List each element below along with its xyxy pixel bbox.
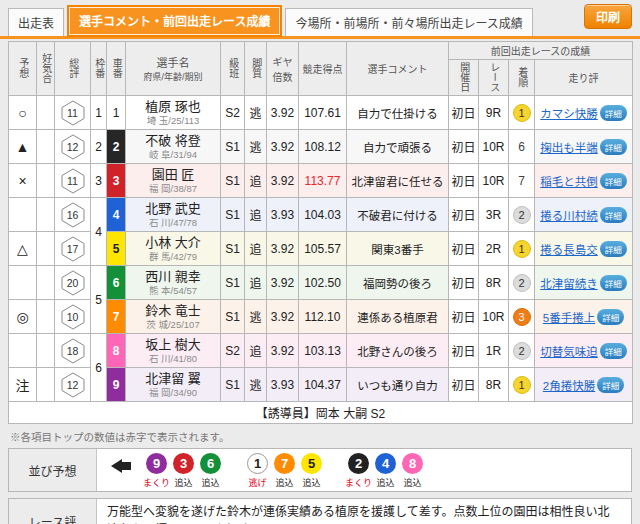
- rider-name-cell: 園田 匠福 岡/38/87: [126, 164, 221, 198]
- tab-bar: 出走表 選手コメント・前回出走レース成績 今場所・前場所・前々場所出走レース成績…: [0, 0, 640, 39]
- lineup-rider: 8追込: [399, 453, 426, 489]
- rider-row-6: 20 5 6 西川 親幸熊 本/54/57 S1 追 3.92 102.50 福…: [9, 266, 633, 300]
- rider-name-cell: 小林 大介群 馬/42/79: [126, 232, 221, 266]
- detail-button[interactable]: 詳細: [600, 241, 627, 257]
- rider-name-cell: 坂上 樹大石 川/41/80: [126, 334, 221, 368]
- header-review: 走り評: [535, 60, 633, 96]
- rider-comment: 不破君に付ける: [347, 198, 449, 232]
- run-review-link[interactable]: 掬出も半端: [540, 142, 598, 154]
- finish-rank: 1: [509, 368, 535, 402]
- run-review-cell: 捲る川村続詳細: [535, 198, 633, 232]
- race-points: 105.57: [299, 232, 347, 266]
- run-review-link[interactable]: 5番手捲上: [543, 312, 595, 324]
- lineup-label: 並び予想: [9, 449, 97, 491]
- car-number: 3: [107, 164, 126, 198]
- rider-name-cell: 西川 親幸熊 本/54/57: [126, 266, 221, 300]
- detail-button[interactable]: 詳細: [597, 377, 624, 393]
- leg-style: 追: [245, 266, 267, 300]
- race-points: 103.13: [299, 334, 347, 368]
- lineup-rider: 6追込: [197, 453, 224, 489]
- score-hexagon: 17: [55, 232, 91, 266]
- race-points: 104.03: [299, 198, 347, 232]
- race-day: 初日: [449, 334, 479, 368]
- tab-start-list[interactable]: 出走表: [8, 8, 64, 36]
- run-review-cell: 5番手捲上詳細: [535, 300, 633, 334]
- gear-ratio: 3.92: [267, 164, 299, 198]
- car-number: 2: [107, 130, 126, 164]
- class-grade: S1: [221, 266, 245, 300]
- run-review-link[interactable]: 捲る長島交: [540, 244, 598, 256]
- kiai-cell: [37, 198, 55, 232]
- run-review-link[interactable]: 北津留続き: [540, 278, 598, 290]
- run-review-link[interactable]: 切替気味迫: [540, 346, 598, 358]
- detail-button[interactable]: 詳細: [600, 275, 627, 291]
- header-name: 選手名 府県/年齢/期別: [126, 42, 221, 96]
- header-grade: 級班: [221, 42, 245, 96]
- header-day: 開催日: [449, 60, 479, 96]
- race-number: 8R: [479, 266, 509, 300]
- frame-number: 5: [91, 266, 107, 334]
- run-review-link[interactable]: カマシ快勝: [540, 108, 598, 120]
- leg-style: 逃: [245, 368, 267, 402]
- detail-button[interactable]: 詳細: [600, 173, 627, 189]
- detail-button[interactable]: 詳細: [600, 343, 627, 359]
- race-day: 初日: [449, 96, 479, 130]
- rider-comment: いつも通り自力: [347, 368, 449, 402]
- print-button[interactable]: 印刷: [584, 4, 632, 29]
- lineup-group-2: 1逃げ 7追込 5追込: [244, 453, 325, 489]
- header-gear: ギヤ倍数: [267, 42, 299, 96]
- detail-button[interactable]: 詳細: [600, 105, 627, 121]
- score-hexagon: 12: [55, 368, 91, 402]
- rider-circle-9: 9: [146, 453, 167, 474]
- run-review-link[interactable]: 捲る川村続: [540, 210, 598, 222]
- race-points: 102.50: [299, 266, 347, 300]
- race-points: 112.10: [299, 300, 347, 334]
- rider-name-cell: 植原 琢也埼 玉/25/113: [126, 96, 221, 130]
- race-number: 10R: [479, 164, 509, 198]
- rider-comment: 関東3番手: [347, 232, 449, 266]
- header-style: 脚質: [245, 42, 267, 96]
- lineup-box: 並び予想 9まくり 3追込 6追込 1逃げ 7追込 5追込 2まくり 4追込 8…: [8, 448, 632, 492]
- riders-table: 予想 好気合 総評 枠番 車番 選手名 府県/年齢/期別 級班 脚質 ギヤ倍数 …: [8, 41, 633, 424]
- left-arrow-icon: [111, 459, 131, 473]
- rider-circle-2: 2: [348, 453, 369, 474]
- lineup-rider: 5追込: [298, 453, 325, 489]
- car-number: 6: [107, 266, 126, 300]
- detail-button[interactable]: 詳細: [600, 139, 627, 155]
- rider-name-cell: 北野 武史石 川/47/78: [126, 198, 221, 232]
- rider-circle-5: 5: [301, 453, 322, 474]
- leg-style: 逃: [245, 96, 267, 130]
- detail-button[interactable]: 詳細: [597, 309, 624, 325]
- run-review-cell: 稲毛と共倒詳細: [535, 164, 633, 198]
- frame-number: 2: [91, 130, 107, 164]
- tab-past-results[interactable]: 今場所・前場所・前々場所出走レース成績: [285, 8, 532, 36]
- leg-style: 逃: [245, 300, 267, 334]
- race-day: 初日: [449, 368, 479, 402]
- lineup-rider: 1逃げ: [244, 453, 271, 489]
- car-number: 9: [107, 368, 126, 402]
- leg-style: 追: [245, 198, 267, 232]
- finish-rank: 2: [509, 266, 535, 300]
- tab-comments-results[interactable]: 選手コメント・前回出走レース成績: [67, 5, 282, 37]
- run-review-link[interactable]: 稲毛と共倒: [540, 176, 598, 188]
- rider-row-2: ▲ 12 2 2 不破 将登岐 阜/31/94 S1 逃 3.92 108.12…: [9, 130, 633, 164]
- gear-ratio: 3.92: [267, 232, 299, 266]
- detail-button[interactable]: 詳細: [600, 207, 627, 223]
- race-day: 初日: [449, 164, 479, 198]
- kiai-cell: [37, 96, 55, 130]
- class-grade: S2: [221, 96, 245, 130]
- class-grade: S1: [221, 130, 245, 164]
- prediction-mark: ▲: [9, 130, 37, 164]
- run-review-link[interactable]: 2角捲快勝: [543, 380, 595, 392]
- rider-circle-7: 7: [274, 453, 295, 474]
- race-number: 3R: [479, 198, 509, 232]
- rider-comment: 自力で頑張る: [347, 130, 449, 164]
- race-day: 初日: [449, 198, 479, 232]
- run-review-cell: 北津留続き詳細: [535, 266, 633, 300]
- rider-name-cell: 不破 将登岐 阜/31/94: [126, 130, 221, 164]
- lineup-rider: 3追込: [170, 453, 197, 489]
- rider-row-4: 16 4 4 北野 武史石 川/47/78 S1 追 3.93 104.03 不…: [9, 198, 633, 232]
- score-hexagon: 18: [55, 334, 91, 368]
- frame-number: 6: [91, 334, 107, 402]
- car-number: 7: [107, 300, 126, 334]
